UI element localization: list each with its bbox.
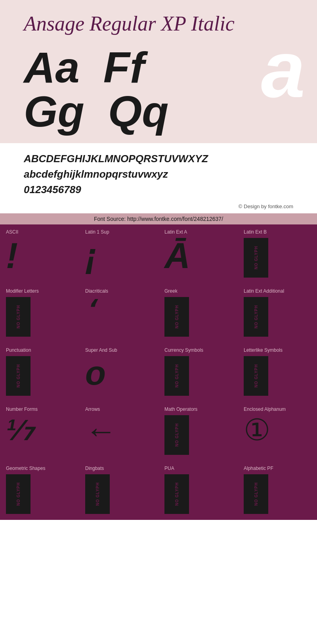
category-pua: PUA xyxy=(164,466,174,471)
no-glyph-latinextb: NO GLYPH xyxy=(244,238,268,278)
glyph-cell-letterlike: Letterlike Symbols NO GLYPH xyxy=(238,343,317,402)
no-glyph-text-6: NO GLYPH xyxy=(175,364,179,387)
category-letterlike: Letterlike Symbols xyxy=(244,347,283,353)
glyph-cell-latin1sup: Latin 1 Sup ¡ xyxy=(79,224,158,284)
glyph-Aa: Aa xyxy=(24,43,80,91)
category-numberforms: Number Forms xyxy=(6,406,38,412)
digits: 0123456789 xyxy=(24,182,293,197)
glyph-inverted-exclamation: ¡ xyxy=(85,238,97,274)
glyph-exclamation: ! xyxy=(6,238,18,274)
category-latinextb: Latin Ext B xyxy=(244,229,267,235)
glyph-row1: Aa Ff a xyxy=(24,43,293,91)
no-glyph-text-9: NO GLYPH xyxy=(16,482,21,506)
category-latinextadd: Latin Ext Additional xyxy=(244,288,284,294)
glyph-a-macron: Ā xyxy=(164,238,190,274)
no-glyph-alphabeticpf: NO GLYPH xyxy=(244,474,268,514)
glyph-left-arrow: ← xyxy=(85,415,117,447)
glyph-cell-latinexta: Latin Ext A Ā xyxy=(158,224,238,284)
no-glyph-geometric: NO GLYPH xyxy=(6,474,31,514)
top-section: Ansage Regular XP Italic Aa Ff a Gg Qq xyxy=(0,0,317,143)
glyph-cell-geometric: Geometric Shapes NO GLYPH xyxy=(0,461,79,520)
no-glyph-pua: NO GLYPH xyxy=(164,474,189,514)
glyph-cell-punctuation: Punctuation NO GLYPH xyxy=(0,343,79,402)
category-modifier: Modifier Letters xyxy=(6,288,39,294)
glyph-cell-latinextadd: Latin Ext Additional NO GLYPH xyxy=(238,284,317,343)
no-glyph-text-12: NO GLYPH xyxy=(254,482,258,506)
glyph-cell-modifier: Modifier Letters NO GLYPH xyxy=(0,284,79,343)
no-glyph-currency: NO GLYPH xyxy=(164,356,189,396)
no-glyph-mathop: NO GLYPH xyxy=(164,415,189,455)
glyph-Qq: Qq xyxy=(108,87,169,135)
glyph-row2: Gg Qq xyxy=(24,87,293,135)
category-ascii: ASCII xyxy=(6,229,18,235)
glyph-cell-latinextb: Latin Ext B NO GLYPH xyxy=(238,224,317,284)
alphabet-section: ABCDEFGHIJKLMNOPQRSTUVWXYZ abcdefghijklm… xyxy=(0,143,317,201)
category-superandsub: Super And Sub xyxy=(85,347,117,353)
alphabet-display: ABCDEFGHIJKLMNOPQRSTUVWXYZ abcdefghijklm… xyxy=(24,151,293,197)
glyph-cell-greek: Greek NO GLYPH xyxy=(158,284,238,343)
no-glyph-text-5: NO GLYPH xyxy=(16,364,21,387)
glyph-cell-ascii: ASCII ! xyxy=(0,224,79,284)
glyph-fraction: ¹⁄₇ xyxy=(6,415,33,445)
category-mathop: Math Operators xyxy=(164,406,197,412)
no-glyph-greek: NO GLYPH xyxy=(164,297,189,337)
no-glyph-text-3: NO GLYPH xyxy=(175,305,179,328)
no-glyph-letterlike: NO GLYPH xyxy=(244,356,268,396)
glyph-cell-pua: PUA NO GLYPH xyxy=(158,461,238,520)
category-alphabeticpf: Alphabetic PF xyxy=(244,466,273,471)
lowercase-alphabet: abcdefghijklmnopqrstuvwxyz xyxy=(24,167,293,182)
glyph-cell-mathop: Math Operators NO GLYPH xyxy=(158,402,238,461)
no-glyph-text-10: NO GLYPH xyxy=(95,482,100,506)
no-glyph-modifier: NO GLYPH xyxy=(6,297,31,337)
glyph-cell-superandsub: Super And Sub o xyxy=(79,343,158,402)
category-latinexta: Latin Ext A xyxy=(164,229,187,235)
no-glyph-text-4: NO GLYPH xyxy=(254,305,258,328)
glyph-cell-diacriticals: Diacriticals ʻ xyxy=(79,284,158,343)
glyph-cell-enclosed: Enclosed Alphanum ① xyxy=(238,402,317,461)
glyph-cell-alphabeticpf: Alphabetic PF NO GLYPH xyxy=(238,461,317,520)
glyph-cell-currency: Currency Symbols NO GLYPH xyxy=(158,343,238,402)
no-glyph-text-2: NO GLYPH xyxy=(16,305,21,328)
uppercase-alphabet: ABCDEFGHIJKLMNOPQRSTUVWXYZ xyxy=(24,151,293,167)
category-dingbats: Dingbats xyxy=(85,466,104,471)
glyph-Gg: Gg xyxy=(24,87,84,135)
category-arrows: Arrows xyxy=(85,406,100,412)
no-glyph-punctuation: NO GLYPH xyxy=(6,356,31,396)
font-title: Ansage Regular XP Italic xyxy=(24,12,293,35)
no-glyph-text-11: NO GLYPH xyxy=(175,482,179,506)
no-glyph-text-7: NO GLYPH xyxy=(254,364,258,387)
no-glyph-latinextadd: NO GLYPH xyxy=(244,297,268,337)
glyph-a-large: a xyxy=(261,24,305,115)
no-glyph-text-8: NO GLYPH xyxy=(175,423,179,447)
copyright: © Design by fontke.com xyxy=(0,201,317,213)
no-glyph-dingbats: NO GLYPH xyxy=(85,474,110,514)
glyph-cell-dingbats: Dingbats NO GLYPH xyxy=(79,461,158,520)
glyph-circled-1: ① xyxy=(244,415,270,445)
category-punctuation: Punctuation xyxy=(6,347,31,353)
category-greek: Greek xyxy=(164,288,178,294)
category-diacriticals: Diacriticals xyxy=(85,288,108,294)
glyph-cell-numberforms: Number Forms ¹⁄₇ xyxy=(0,402,79,461)
category-enclosed: Enclosed Alphanum xyxy=(244,406,286,412)
glyph-Ff: Ff xyxy=(103,43,145,91)
category-currency: Currency Symbols xyxy=(164,347,203,353)
font-source: Font Source: http://www.fontke.com/font/… xyxy=(0,213,317,224)
category-latin1sup: Latin 1 Sup xyxy=(85,229,109,235)
glyph-apostrophe: ʻ xyxy=(85,297,94,325)
bottom-section: Font Source: http://www.fontke.com/font/… xyxy=(0,213,317,520)
glyph-o-italic: o xyxy=(85,356,106,390)
glyphs-grid: ASCII ! Latin 1 Sup ¡ Latin Ext A Ā Lati… xyxy=(0,224,317,520)
glyph-cell-arrows: Arrows ← xyxy=(79,402,158,461)
category-geometric: Geometric Shapes xyxy=(6,466,45,471)
no-glyph-text: NO GLYPH xyxy=(254,246,258,269)
